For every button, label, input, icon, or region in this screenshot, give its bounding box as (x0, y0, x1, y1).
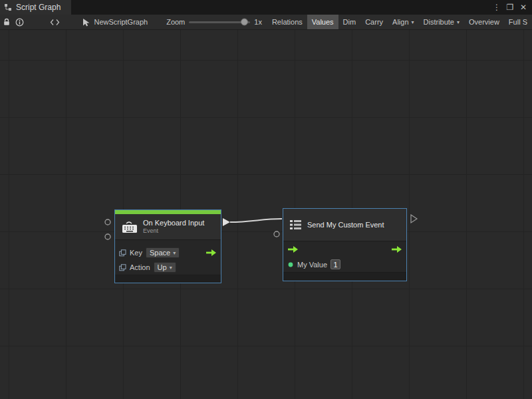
graph-name-group[interactable]: NewScriptGraph (82, 18, 148, 27)
my-value-label: My Value (297, 261, 327, 269)
cursor-icon (82, 18, 90, 27)
key-value: Space (150, 249, 170, 257)
carry-label: Carry (365, 18, 383, 26)
overview-button[interactable]: Overview (464, 15, 504, 29)
script-graph-window: Script Graph ⋮ ❐ ✕ (0, 0, 532, 399)
fullscreen-button[interactable]: Full S (504, 15, 532, 29)
action-input-port[interactable] (105, 234, 110, 239)
flow-input-arrow-icon[interactable] (287, 245, 299, 253)
node-body: My Value 1 (283, 241, 406, 272)
window-controls: ⋮ ❐ ✕ (491, 0, 532, 15)
zoom-label: Zoom (166, 18, 185, 26)
window-menu-button[interactable]: ⋮ (491, 1, 503, 14)
chevron-down-icon: ▾ (412, 19, 414, 25)
toolbar-buttons: Relations Values Dim Carry Align ▾ Distr… (267, 15, 532, 29)
keyboard-output-port-connected[interactable] (223, 218, 230, 226)
action-row: Action Up ▾ (115, 260, 221, 275)
distribute-dropdown[interactable]: Distribute ▾ (419, 15, 464, 29)
flow-output-arrow-icon[interactable] (391, 245, 402, 253)
chevron-down-icon: ▾ (173, 250, 176, 256)
dim-label: Dim (343, 18, 356, 26)
action-dropdown[interactable]: Up ▾ (154, 262, 176, 273)
key-row: Key Space ▾ (115, 245, 221, 260)
lock-button[interactable] (0, 15, 13, 29)
info-icon (15, 18, 24, 27)
node-header[interactable]: On Keyboard Input Event (115, 214, 221, 239)
keyboard-icon (121, 219, 138, 234)
lock-icon (3, 18, 11, 26)
action-label: Action (130, 263, 150, 271)
fullscreen-label: Full S (509, 18, 527, 26)
my-value-input[interactable]: 1 (331, 259, 340, 269)
node-body: Key Space ▾ Action (115, 239, 221, 275)
node-footer (115, 275, 221, 283)
my-value-input-port[interactable] (274, 231, 279, 237)
send-event-output-port[interactable] (411, 215, 417, 223)
node-subtitle: Event (143, 227, 204, 235)
chevron-down-icon: ▾ (170, 265, 172, 271)
tab-label: Script Graph (16, 3, 61, 12)
values-button[interactable]: Values (307, 15, 338, 29)
chevron-down-icon: ▾ (457, 19, 460, 25)
node-send-my-custom-event[interactable]: Send My Custom Event (283, 208, 407, 281)
key-label: Key (130, 249, 142, 257)
zoom-slider[interactable] (189, 21, 250, 23)
value-type-icon (119, 249, 126, 257)
values-label: Values (312, 18, 334, 26)
overview-label: Overview (469, 18, 499, 26)
tab-script-graph[interactable]: Script Graph (0, 0, 71, 15)
graph-name-label: NewScriptGraph (94, 18, 148, 26)
relations-label: Relations (272, 18, 303, 26)
my-value-row: My Value 1 (283, 257, 406, 272)
align-dropdown[interactable]: Align ▾ (388, 15, 418, 29)
node-footer (283, 272, 406, 281)
node-title: Send My Custom Event (307, 221, 384, 229)
connection-wire[interactable] (230, 219, 282, 222)
title-bar: Script Graph ⋮ ❐ ✕ (0, 0, 532, 15)
zoom-slider-thumb[interactable] (241, 19, 248, 26)
flow-row (283, 241, 406, 257)
dim-button[interactable]: Dim (338, 15, 361, 29)
code-icon (50, 19, 60, 26)
relations-button[interactable]: Relations (267, 15, 307, 29)
connections-layer (0, 30, 532, 399)
flow-output-arrow-icon[interactable] (205, 249, 217, 257)
value-type-icon (119, 264, 126, 271)
key-dropdown[interactable]: Space ▾ (146, 247, 180, 258)
node-header[interactable]: Send My Custom Event (283, 209, 406, 241)
align-label: Align (392, 18, 408, 26)
value-dot-icon (287, 261, 294, 268)
key-input-port[interactable] (105, 219, 110, 225)
custom-event-icon (289, 219, 303, 231)
zoom-value: 1x (254, 18, 262, 26)
distribute-label: Distribute (424, 18, 454, 26)
node-title: On Keyboard Input (143, 219, 204, 227)
graph-toolbar: NewScriptGraph Zoom 1x Relations Values … (0, 15, 532, 30)
maximize-button[interactable]: ❐ (504, 1, 516, 14)
code-view-button[interactable] (49, 15, 61, 29)
node-on-keyboard-input[interactable]: On Keyboard Input Event Key Space ▾ (114, 209, 221, 283)
script-graph-icon (4, 3, 12, 11)
graph-canvas[interactable]: On Keyboard Input Event Key Space ▾ (0, 30, 532, 399)
close-button[interactable]: ✕ (517, 1, 529, 14)
info-button[interactable] (13, 15, 25, 29)
zoom-control: Zoom 1x (166, 18, 262, 26)
action-value: Up (158, 263, 167, 271)
carry-button[interactable]: Carry (360, 15, 388, 29)
